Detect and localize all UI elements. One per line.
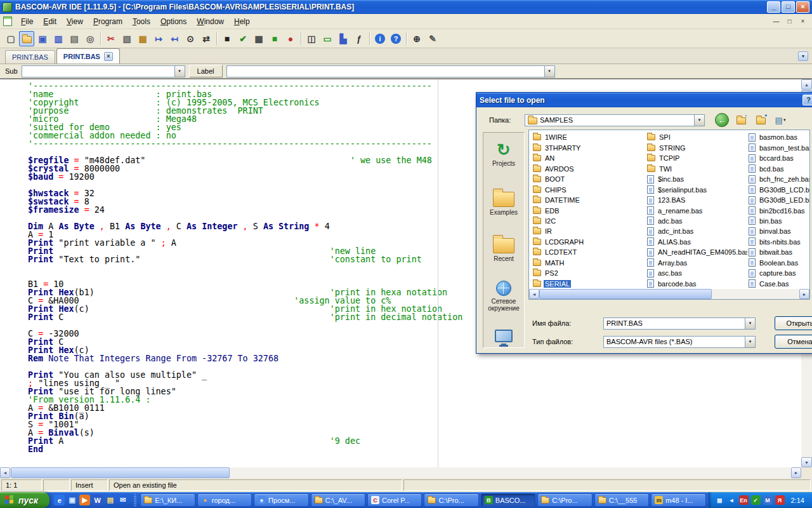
taskbar-task-2[interactable]: eПросм...	[254, 493, 308, 507]
tab-list-button[interactable]: ▾	[798, 51, 808, 61]
folder-item[interactable]: MATH	[532, 258, 646, 268]
folder-item[interactable]: SPI	[646, 132, 747, 142]
horizontal-scroll-thumb[interactable]	[539, 289, 712, 299]
taskbar-task-1[interactable]: ●город...	[197, 493, 252, 507]
program-chip-button[interactable]: ▦	[251, 31, 266, 46]
tab-print.bas-1[interactable]: PRINT.BAS×	[56, 48, 120, 64]
save-file-button[interactable]: ▣	[35, 31, 50, 46]
print-preview-button[interactable]: ◎	[82, 31, 98, 46]
folder-item[interactable]: SERIAL	[532, 279, 646, 289]
horizontal-scroll-thumb[interactable]	[11, 467, 230, 478]
simulate-button[interactable]: ■	[267, 31, 282, 46]
up-one-level-button[interactable]: ↑	[733, 113, 749, 127]
quicklaunch-media-player[interactable]: ▶	[79, 495, 90, 505]
graph-button[interactable]: ▙	[336, 31, 351, 46]
scroll-left-button[interactable]: ◄	[529, 289, 539, 299]
quicklaunch-mail[interactable]: ✉	[117, 495, 128, 505]
file-item[interactable]: basmon.bas	[747, 132, 809, 142]
chevron-down-icon[interactable]: ▾	[745, 337, 755, 347]
info-button[interactable]: i	[372, 31, 388, 46]
copy-button[interactable]: ▧	[119, 31, 134, 46]
help-button[interactable]: ?	[388, 31, 403, 46]
mdi-close-button[interactable]: ×	[797, 16, 808, 26]
places-projects[interactable]: ↻Projects	[483, 142, 524, 182]
chevron-down-icon[interactable]: ▾	[694, 115, 704, 126]
syntax-check-button[interactable]: ✔	[235, 31, 251, 46]
font-editor-button[interactable]: ƒ	[351, 31, 367, 46]
unindent-button[interactable]: ↤	[167, 31, 182, 46]
lcd-designer-button[interactable]: ▭	[320, 31, 335, 46]
file-item[interactable]: adc_int.bas	[646, 226, 747, 236]
file-item[interactable]: a_rename.bas	[646, 205, 747, 215]
find-button[interactable]: ⊙	[183, 31, 198, 46]
compile-button[interactable]: ■	[219, 31, 235, 46]
file-item[interactable]: adc.bas	[646, 216, 747, 226]
scroll-up-button[interactable]: ▲	[801, 79, 812, 90]
menu-help[interactable]: Help	[229, 15, 255, 29]
menu-program[interactable]: Program	[88, 15, 128, 29]
file-item[interactable]: Case.bas	[747, 279, 809, 289]
tray-volume-icon[interactable]: ◄	[727, 495, 737, 505]
tray-language-indicator[interactable]: En	[739, 495, 749, 505]
stop-button[interactable]: ●	[283, 31, 298, 46]
quicklaunch-word[interactable]: W	[92, 495, 103, 505]
label-combo[interactable]: ▾	[226, 65, 555, 77]
file-item[interactable]: basmon_test.bas	[747, 142, 809, 152]
menu-edit[interactable]: Edit	[38, 15, 62, 29]
minimize-button[interactable]: _	[767, 1, 780, 13]
folder-item[interactable]: LCDTEXT	[532, 247, 646, 257]
chevron-down-icon[interactable]: ▾	[745, 318, 755, 329]
cancel-button[interactable]: Отмена	[775, 335, 812, 349]
file-item[interactable]: barcode.bas	[646, 279, 747, 289]
filetype-combo[interactable]: BASCOM-AVR files (*.BAS) ▾	[603, 336, 756, 348]
cut-button[interactable]: ✂	[103, 31, 119, 46]
sub-combo[interactable]: ▾	[22, 65, 185, 77]
file-list-scrollbar[interactable]: ◄ ►	[529, 289, 809, 299]
view-menu-button[interactable]: ▤▾	[773, 113, 788, 127]
folder-item[interactable]: AVRDOS	[532, 163, 646, 173]
taskbar-task-9[interactable]: mm48 - I...	[651, 493, 705, 507]
scroll-left-button[interactable]: ◄	[0, 467, 10, 478]
folder-item[interactable]: TWI	[646, 163, 747, 173]
print-button[interactable]: ▤	[67, 31, 82, 46]
mdi-restore-button[interactable]: □	[784, 16, 795, 26]
editor-horizontal-scrollbar[interactable]: ◄ ►	[0, 467, 801, 478]
file-item[interactable]: capture.bas	[747, 268, 809, 278]
tab-close-button[interactable]: ×	[104, 52, 113, 61]
file-item[interactable]: bin2bcd16.bas	[747, 205, 809, 215]
taskbar-task-0[interactable]: E:\_КИ...	[140, 493, 195, 507]
taskbar-task-5[interactable]: C:\Pro...	[424, 493, 478, 507]
new-folder-button[interactable]: *	[753, 113, 768, 127]
save-all-button[interactable]: ▥	[51, 31, 66, 46]
tray-m-icon[interactable]: M	[763, 495, 773, 505]
file-item[interactable]: 123.BAS	[646, 195, 747, 205]
file-item[interactable]: $inc.bas	[646, 174, 747, 184]
file-item[interactable]: $serialinput.bas	[646, 184, 747, 194]
back-button[interactable]: ←	[715, 113, 729, 127]
file-item[interactable]: bch_fnc_zeh.bas	[747, 174, 809, 184]
taskbar-task-3[interactable]: C:\_AV...	[311, 493, 365, 507]
dialog-help-button[interactable]: ?	[802, 95, 812, 105]
file-item[interactable]: Array.bas	[646, 258, 747, 268]
start-button[interactable]: пуск	[0, 492, 49, 508]
folder-item[interactable]: STRING	[646, 142, 747, 152]
folder-combo[interactable]: SAMPLES ▾	[525, 114, 705, 126]
chevron-down-icon[interactable]: ▾	[174, 66, 185, 77]
mdi-minimize-button[interactable]: —	[771, 16, 782, 26]
file-item[interactable]: BG30dB_LED.bas	[747, 195, 809, 205]
restore-button[interactable]: □	[782, 1, 795, 13]
tray-punto-icon[interactable]: Я	[775, 495, 785, 505]
notes-button[interactable]: ✎	[425, 31, 440, 46]
places-recent[interactable]: Recent	[483, 234, 524, 275]
taskbar-task-7[interactable]: C:\Pro...	[537, 493, 592, 507]
menu-view[interactable]: View	[62, 15, 88, 29]
folder-item[interactable]: EDB	[532, 205, 646, 215]
file-item[interactable]: ALIAS.bas	[646, 237, 747, 247]
replace-button[interactable]: ⇄	[199, 31, 214, 46]
quicklaunch-show-desktop[interactable]: ▣	[67, 495, 77, 505]
places-network[interactable]: Сетевое окружение	[483, 281, 524, 321]
folder-item[interactable]: TCPIP	[646, 153, 747, 163]
folder-item[interactable]: IR	[532, 226, 646, 236]
folder-item[interactable]: CHIPS	[532, 184, 646, 194]
file-item[interactable]: bccard.bas	[747, 153, 809, 163]
